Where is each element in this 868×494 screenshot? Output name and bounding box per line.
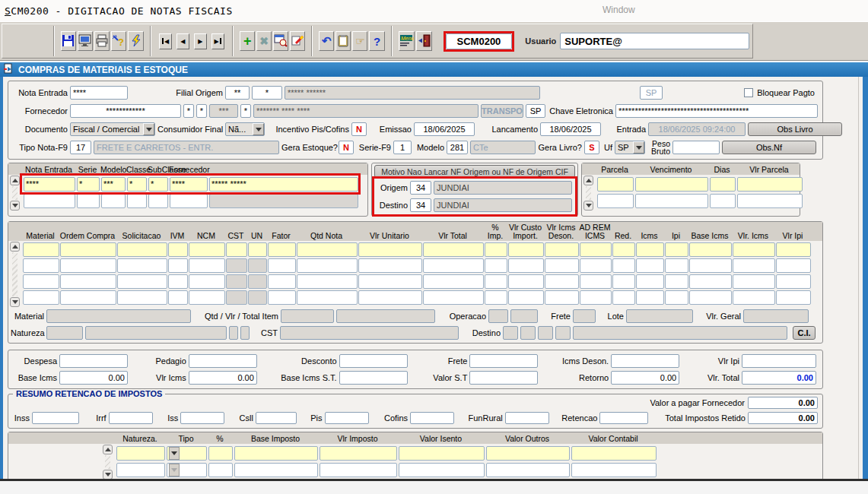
valor-st-field[interactable] bbox=[469, 371, 538, 385]
grid-cell[interactable] bbox=[776, 242, 811, 257]
grid-cell[interactable] bbox=[636, 274, 664, 289]
scroll-down-button[interactable] bbox=[583, 201, 593, 211]
grid-cell[interactable] bbox=[689, 258, 732, 273]
irrf-field[interactable] bbox=[109, 412, 153, 424]
modelo-field[interactable]: 281 bbox=[447, 141, 468, 154]
grid-cell[interactable] bbox=[580, 258, 612, 273]
grid-cell[interactable] bbox=[268, 242, 296, 257]
valor-pagar-field[interactable]: 0.00 bbox=[748, 397, 818, 409]
grid-cell[interactable] bbox=[612, 290, 635, 305]
grid-cell[interactable] bbox=[248, 242, 267, 257]
grid-cell[interactable] bbox=[117, 258, 167, 273]
grid-cell[interactable] bbox=[665, 242, 688, 257]
uf-select[interactable]: SP bbox=[615, 141, 645, 154]
icms-deson-field[interactable] bbox=[611, 354, 679, 368]
grid-cell[interactable] bbox=[710, 194, 736, 208]
documento-select[interactable]: Fiscal / Comercial bbox=[70, 122, 155, 136]
total-retido-field[interactable]: 0.00 bbox=[748, 412, 818, 424]
nav-prev-button[interactable]: ◀ bbox=[176, 33, 189, 49]
grid-cell[interactable] bbox=[636, 258, 664, 273]
scrollbar-track[interactable] bbox=[12, 186, 17, 200]
grid-cell[interactable] bbox=[358, 274, 422, 289]
grid-cell[interactable] bbox=[358, 242, 422, 257]
scroll-down-button[interactable] bbox=[10, 201, 20, 211]
filial-sub-field[interactable]: * bbox=[252, 86, 282, 100]
destino-code-field[interactable]: 34 bbox=[410, 198, 431, 212]
grid-cell[interactable] bbox=[508, 274, 544, 289]
grid-cell[interactable] bbox=[733, 242, 775, 257]
emissao-field[interactable]: 18/06/2025 bbox=[414, 122, 475, 136]
nav-first-button[interactable]: ◀ bbox=[159, 33, 172, 49]
grid-cell[interactable] bbox=[168, 290, 188, 305]
cofins-field[interactable] bbox=[410, 412, 454, 424]
grid-cell[interactable] bbox=[508, 258, 544, 273]
grid-cell[interactable] bbox=[116, 463, 165, 477]
grid-cell[interactable] bbox=[636, 242, 664, 257]
grid-cell[interactable] bbox=[117, 274, 167, 289]
grid-cell[interactable] bbox=[226, 242, 247, 257]
fornecedor-f2-field[interactable]: * bbox=[196, 104, 207, 118]
grid-cell[interactable] bbox=[571, 463, 657, 477]
grid-cell[interactable] bbox=[423, 274, 484, 289]
grid-cell[interactable] bbox=[60, 258, 116, 273]
grid-cell[interactable] bbox=[485, 290, 507, 305]
fornecedor-f1-field[interactable]: * bbox=[183, 104, 194, 118]
nav-next-button[interactable]: ▶ bbox=[194, 33, 207, 49]
scroll-down-button[interactable] bbox=[10, 297, 20, 307]
grid-cell[interactable] bbox=[597, 194, 634, 208]
grid-cell[interactable] bbox=[545, 290, 579, 305]
save-button[interactable] bbox=[61, 31, 76, 51]
scrollbar-track[interactable] bbox=[12, 252, 17, 296]
gera-livro-field[interactable]: S bbox=[584, 141, 599, 154]
grid-cell[interactable] bbox=[485, 258, 507, 273]
grid-cell[interactable] bbox=[297, 258, 358, 273]
grid-cell[interactable]: *** bbox=[101, 177, 126, 192]
grid-cell[interactable] bbox=[189, 274, 225, 289]
grid-cell[interactable] bbox=[168, 258, 188, 273]
menu-button[interactable]: Menu bbox=[399, 31, 415, 51]
scrollbar-track[interactable] bbox=[105, 455, 110, 469]
grid-cell[interactable] bbox=[423, 258, 484, 273]
grid-cell[interactable] bbox=[486, 446, 570, 461]
vlr-ipi-total-field[interactable] bbox=[742, 354, 816, 368]
grid-cell[interactable] bbox=[612, 274, 635, 289]
grid-cell[interactable] bbox=[358, 290, 422, 305]
grid-cell[interactable] bbox=[399, 446, 485, 461]
uf-top-field[interactable]: SP bbox=[640, 86, 663, 100]
grid-cell[interactable] bbox=[423, 242, 484, 257]
motivo-button[interactable]: Motivo Nao Lancar NF Origem ou NF de Ori… bbox=[374, 165, 575, 178]
gera-estoque-field[interactable]: N bbox=[339, 141, 354, 154]
base-icms-st-field[interactable] bbox=[339, 371, 408, 385]
grid-cell[interactable]: ***** ***** bbox=[209, 177, 358, 192]
retorno-field[interactable]: 0.00 bbox=[611, 371, 679, 385]
scrollbar-track[interactable] bbox=[586, 186, 591, 200]
grid-cell[interactable] bbox=[23, 290, 59, 305]
grid-cell[interactable] bbox=[320, 463, 397, 477]
scroll-up-button[interactable] bbox=[103, 445, 113, 454]
grid-cell[interactable] bbox=[60, 290, 116, 305]
grid-cell[interactable]: **** bbox=[24, 177, 75, 192]
grid-cell[interactable] bbox=[508, 242, 544, 257]
grid-cell[interactable] bbox=[189, 258, 225, 273]
grid-cell[interactable] bbox=[148, 194, 168, 208]
grid-cell[interactable] bbox=[208, 446, 233, 461]
grid-cell[interactable] bbox=[486, 463, 570, 477]
grid-cell[interactable] bbox=[665, 274, 688, 289]
grid-cell[interactable] bbox=[60, 242, 116, 257]
grid-cell[interactable] bbox=[268, 258, 296, 273]
grid-cell[interactable] bbox=[737, 177, 803, 192]
grid-cell[interactable] bbox=[358, 258, 422, 273]
verify-button[interactable]: ? bbox=[111, 31, 126, 51]
dropdown-arrow-icon[interactable] bbox=[169, 447, 180, 460]
peso-bruto-field[interactable] bbox=[672, 141, 720, 154]
incentivo-field[interactable]: N bbox=[351, 122, 367, 136]
csll-field[interactable] bbox=[256, 412, 297, 424]
grid-cell[interactable] bbox=[23, 258, 59, 273]
grid-scrollbar[interactable] bbox=[583, 176, 594, 211]
transpo-uf-field[interactable]: SP bbox=[526, 104, 545, 118]
grid-cell[interactable] bbox=[297, 242, 358, 257]
grid-cell[interactable] bbox=[167, 463, 207, 477]
add-record-button[interactable]: + bbox=[240, 31, 255, 51]
filial-code-field[interactable]: ** bbox=[225, 86, 250, 100]
grid-cell[interactable] bbox=[23, 274, 59, 289]
